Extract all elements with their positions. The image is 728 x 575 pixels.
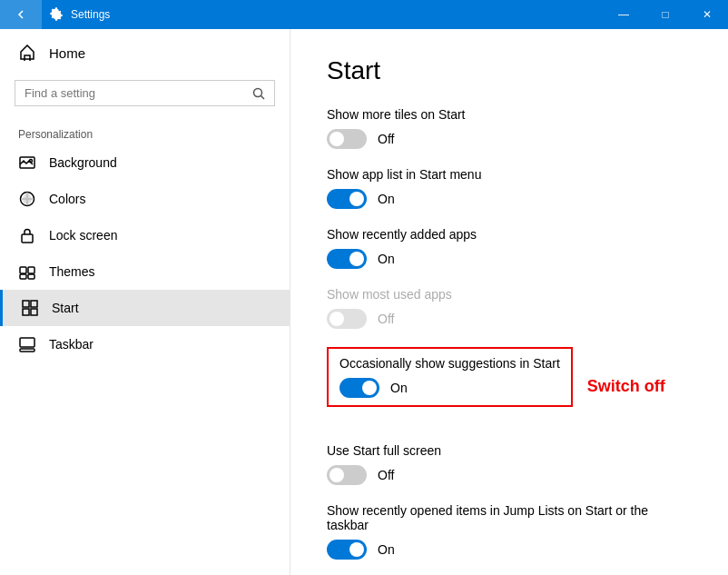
sidebar-item-label: Background	[49, 155, 117, 170]
setting-recently-added: Show recently added apps On	[327, 227, 692, 269]
setting-full-screen: Use Start full screen Off	[327, 443, 692, 485]
search-icon	[252, 87, 265, 100]
sidebar-item-background[interactable]: Background	[0, 144, 290, 181]
toggle-knob	[330, 468, 344, 482]
toggle-row: Off	[327, 309, 692, 329]
minimize-button[interactable]: —	[603, 0, 644, 29]
svg-rect-11	[31, 301, 37, 307]
setting-label: Occasionally show suggestions in Start	[339, 356, 560, 371]
settings-app-icon	[49, 7, 64, 22]
home-label: Home	[49, 45, 85, 61]
toggle-suggestions[interactable]	[339, 378, 379, 398]
toggle-jump-list[interactable]	[327, 540, 367, 560]
titlebar: Settings — □ ✕	[0, 0, 728, 29]
content-area: Start Show more tiles on Start Off Show …	[290, 29, 728, 575]
sidebar-item-label: Colors	[49, 192, 85, 206]
toggle-most-used	[327, 309, 367, 329]
titlebar-back-button[interactable]	[0, 0, 42, 29]
toggle-row: Off	[327, 129, 692, 149]
setting-app-list: Show app list in Start menu On	[327, 167, 692, 209]
sidebar: Home Personalization Background	[0, 29, 290, 575]
toggle-state-text: Off	[378, 312, 394, 326]
svg-rect-12	[23, 309, 29, 315]
toggle-state-text: On	[390, 381, 408, 395]
toggle-row: On	[327, 189, 692, 209]
sidebar-item-taskbar[interactable]: Taskbar	[0, 326, 290, 362]
sidebar-item-lockscreen[interactable]: Lock screen	[0, 217, 290, 253]
setting-label: Show app list in Start menu	[327, 167, 692, 182]
annotation-text: Switch off	[587, 377, 665, 396]
setting-label: Show more tiles on Start	[327, 107, 692, 122]
setting-label: Show recently opened items in Jump Lists…	[327, 503, 692, 532]
toggle-knob	[349, 192, 364, 206]
toggle-knob	[349, 542, 364, 557]
svg-point-3	[30, 160, 33, 163]
toggle-knob	[362, 381, 377, 395]
svg-rect-9	[28, 274, 34, 279]
toggle-row: On	[339, 378, 560, 398]
toggle-knob	[330, 132, 344, 146]
toggle-state-text: Off	[378, 132, 394, 146]
svg-rect-13	[31, 309, 37, 315]
start-icon	[21, 299, 39, 317]
toggle-state-text: On	[378, 542, 395, 557]
page-title: Start	[327, 56, 692, 85]
toggle-full-screen[interactable]	[327, 465, 367, 485]
toggle-state-text: On	[378, 252, 395, 266]
section-label: Personalization	[0, 121, 290, 144]
restore-button[interactable]: □	[644, 0, 686, 29]
titlebar-title: Settings	[71, 8, 603, 21]
svg-rect-14	[20, 338, 34, 347]
toggle-row: On	[327, 540, 692, 560]
titlebar-controls: — □ ✕	[603, 0, 728, 29]
setting-label: Use Start full screen	[327, 443, 692, 458]
svg-line-1	[261, 95, 265, 99]
themes-icon	[18, 263, 36, 281]
taskbar-icon	[18, 335, 36, 353]
home-icon	[18, 44, 36, 62]
sidebar-item-themes[interactable]: Themes	[0, 253, 290, 290]
svg-rect-10	[23, 301, 29, 307]
lock-icon	[18, 226, 36, 244]
setting-most-used: Show most used apps Off	[327, 287, 692, 329]
toggle-state-text: Off	[378, 468, 394, 482]
svg-rect-8	[20, 274, 26, 279]
highlight-row: Occasionally show suggestions in Start O…	[327, 347, 692, 425]
sidebar-item-label: Lock screen	[49, 228, 117, 243]
toggle-row: Off	[327, 465, 692, 485]
sidebar-item-label: Start	[52, 301, 79, 315]
colors-icon	[18, 190, 36, 208]
background-icon	[18, 154, 36, 172]
sidebar-item-label: Themes	[49, 264, 95, 279]
setting-label: Show most used apps	[327, 287, 692, 302]
search-input[interactable]	[25, 86, 245, 100]
sidebar-item-home[interactable]: Home	[0, 29, 290, 76]
toggle-knob	[330, 312, 344, 326]
svg-rect-7	[28, 267, 34, 273]
toggle-knob	[349, 252, 364, 266]
svg-rect-6	[20, 267, 26, 273]
toggle-more-tiles[interactable]	[327, 129, 367, 149]
toggle-state-text: On	[378, 192, 395, 206]
sidebar-item-start[interactable]: Start	[0, 290, 290, 326]
sidebar-item-label: Taskbar	[49, 337, 93, 352]
setting-label: Show recently added apps	[327, 227, 692, 242]
toggle-row: On	[327, 249, 692, 269]
main-layout: Home Personalization Background	[0, 29, 728, 575]
suggestions-highlight-box: Occasionally show suggestions in Start O…	[327, 347, 573, 407]
setting-more-tiles: Show more tiles on Start Off	[327, 107, 692, 149]
sidebar-item-colors[interactable]: Colors	[0, 181, 290, 217]
svg-rect-15	[20, 349, 34, 352]
svg-rect-5	[22, 234, 33, 243]
toggle-app-list[interactable]	[327, 189, 367, 209]
svg-point-0	[254, 88, 262, 96]
close-button[interactable]: ✕	[686, 0, 728, 29]
search-box	[15, 80, 275, 106]
toggle-recently-added[interactable]	[327, 249, 367, 269]
setting-jump-list: Show recently opened items in Jump Lists…	[327, 503, 692, 560]
